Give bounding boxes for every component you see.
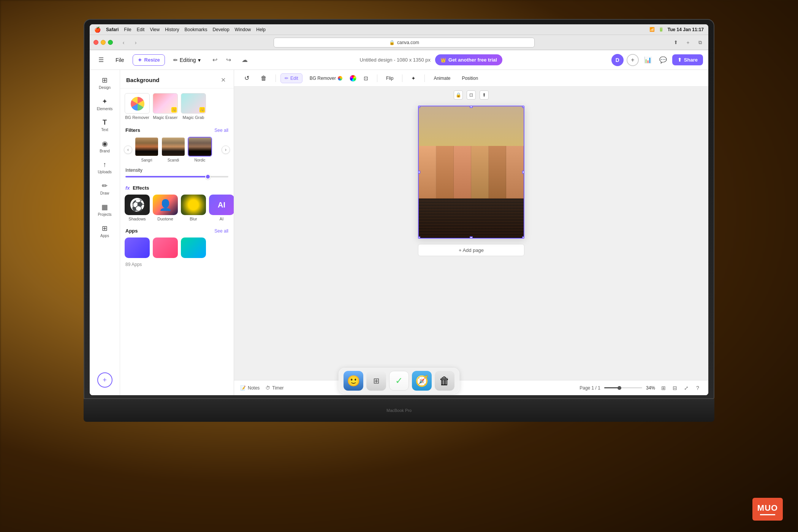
menu-history[interactable]: History [165, 27, 179, 32]
intensity-thumb[interactable] [205, 174, 211, 179]
notes-button[interactable]: 📝 Notes [240, 385, 260, 391]
menu-window[interactable]: Window [235, 27, 251, 32]
app-1-thumb[interactable] [125, 238, 150, 258]
add-page-button[interactable]: + Add page [418, 244, 524, 256]
sidebar-item-text[interactable]: T Text [92, 116, 118, 135]
position-button[interactable]: Position [458, 73, 482, 83]
notes-label: Notes [248, 385, 260, 391]
menu-develop[interactable]: Develop [213, 27, 230, 32]
tab-overview-button[interactable]: ⧉ [695, 38, 705, 47]
apps-see-all-button[interactable]: See all [214, 228, 228, 234]
filter-nordic[interactable]: Nordic [188, 137, 212, 162]
forward-button[interactable]: › [131, 38, 140, 47]
resize-handle-mid-right[interactable] [522, 171, 524, 174]
magic-eraser-tool[interactable]: 👑 Magic Eraser [153, 93, 178, 120]
app-2-thumb[interactable] [153, 238, 178, 258]
effect-ai[interactable]: AI AI [209, 195, 234, 221]
menu-help[interactable]: Help [256, 27, 266, 32]
lock-handle[interactable]: 🔒 [454, 90, 463, 100]
expand-handle[interactable]: ⬆ [480, 90, 489, 100]
redo-button[interactable]: ↪ [223, 54, 235, 66]
flip-button[interactable]: Flip [382, 73, 397, 83]
fullscreen-window-button[interactable] [108, 40, 113, 45]
resize-handle-bottom-right[interactable] [522, 236, 524, 239]
bg-remover-tool[interactable]: BG Remover [125, 93, 150, 120]
menu-bookmarks[interactable]: Bookmarks [185, 27, 207, 32]
sidebar-item-elements[interactable]: ✦ Elements [92, 94, 118, 114]
address-bar[interactable]: 🔒 canva.com [274, 38, 535, 48]
minimize-window-button[interactable] [101, 40, 106, 45]
filters-prev-button[interactable]: ‹ [124, 146, 132, 154]
back-button[interactable]: ‹ [119, 38, 128, 47]
menu-safari[interactable]: Safari [106, 27, 119, 32]
file-menu-button[interactable]: File [111, 55, 129, 65]
hamburger-menu-button[interactable]: ☰ [95, 54, 107, 66]
sidebar-item-draw[interactable]: ✏ Draw [92, 179, 118, 198]
effect-shadows[interactable]: Shadows [125, 195, 150, 221]
crop-button[interactable]: ⊡ [359, 73, 372, 84]
intensity-slider[interactable] [125, 176, 228, 177]
undo-button[interactable]: ↩ [209, 54, 221, 66]
animate-button[interactable]: Animate [429, 73, 454, 83]
menu-view[interactable]: View [150, 27, 160, 32]
canvas-document[interactable] [418, 106, 524, 239]
apple-menu[interactable]: 🍎 [94, 27, 101, 33]
dock-safari[interactable]: 🧭 [412, 371, 432, 391]
magic-grab-tool[interactable]: 👑 Magic Grab [181, 93, 206, 120]
sidebar-item-uploads[interactable]: ↑ Uploads [92, 158, 118, 177]
editing-button[interactable]: ✏ Editing ▾ [169, 55, 205, 65]
free-trial-button[interactable]: 👑 Get another free trial [435, 54, 502, 65]
menu-edit[interactable]: Edit [137, 27, 145, 32]
edit-button[interactable]: ✏ Edit [280, 73, 302, 83]
app-3-thumb[interactable] [181, 238, 206, 258]
sidebar-item-apps[interactable]: ⊞ Apps [92, 221, 118, 241]
filter-scandi[interactable]: Scandi [161, 137, 185, 162]
sparkle-icon-btn[interactable]: ✦ [407, 73, 420, 84]
list-view-button[interactable]: ⊟ [670, 383, 679, 393]
dock-reminders[interactable]: ✓ [389, 371, 409, 391]
bg-remover-bar-button[interactable]: BG Remover [306, 73, 347, 83]
add-more-button[interactable]: + [97, 372, 112, 388]
sidebar-item-projects[interactable]: ▦ Projects [92, 200, 118, 220]
dock-launchpad[interactable]: ⊞ [366, 371, 386, 391]
analytics-button[interactable]: 📊 [642, 54, 654, 66]
resize-handle-top-right[interactable] [522, 106, 524, 108]
resize-handle-top-left[interactable] [418, 106, 420, 108]
add-collaborator-button[interactable]: + [627, 54, 639, 66]
sidebar-item-design[interactable]: ⊞ Design [92, 73, 118, 93]
cloud-save-button[interactable]: ☁ [239, 54, 251, 66]
resize-handle-mid-left[interactable] [418, 171, 420, 174]
close-window-button[interactable] [93, 40, 98, 45]
comments-button[interactable]: 💬 [657, 54, 669, 66]
timer-button[interactable]: ⏱ Timer [266, 385, 283, 391]
zoom-slider[interactable] [604, 387, 642, 388]
dock-trash[interactable]: 🗑 [435, 371, 454, 391]
filters-see-all-button[interactable]: See all [214, 128, 228, 133]
share-button[interactable]: ⬆ Share [672, 54, 703, 65]
fullscreen-button[interactable]: ⤢ [682, 383, 691, 393]
close-panel-button[interactable]: ✕ [218, 75, 228, 84]
color-picker-button[interactable] [350, 75, 356, 82]
filters-next-button[interactable]: › [222, 146, 230, 154]
filter-sangri[interactable]: Sangri [135, 137, 159, 162]
resize-handle-top-mid[interactable] [470, 106, 473, 108]
copy-handle[interactable]: ⊡ [467, 90, 476, 100]
dock-finder[interactable]: 🙂 [344, 371, 363, 391]
menu-battery-icon: 🔋 [659, 27, 664, 32]
new-tab-button[interactable]: ＋ [683, 38, 692, 47]
grid-view-button[interactable]: ⊞ [659, 383, 668, 393]
resize-button[interactable]: ✦ Resize [133, 54, 165, 66]
canvas-workspace[interactable]: 🔒 ⊡ ⬆ [234, 87, 708, 395]
share-safari-button[interactable]: ⬆ [671, 38, 680, 47]
refresh-button[interactable]: ↺ [240, 72, 253, 84]
resize-handle-bottom-mid[interactable] [470, 236, 473, 239]
resize-handle-bottom-left[interactable] [418, 236, 420, 239]
sidebar-item-brand[interactable]: ◉ Brand [92, 136, 118, 156]
effect-blur[interactable]: Blur [181, 195, 206, 221]
zoom-thumb[interactable] [618, 386, 621, 390]
help-button[interactable]: ? [693, 383, 702, 393]
user-avatar[interactable]: D [611, 54, 624, 66]
menu-file[interactable]: File [124, 27, 131, 32]
delete-element-button[interactable]: 🗑 [256, 73, 271, 84]
effect-duotone[interactable]: 👤 Duotone [153, 195, 178, 221]
